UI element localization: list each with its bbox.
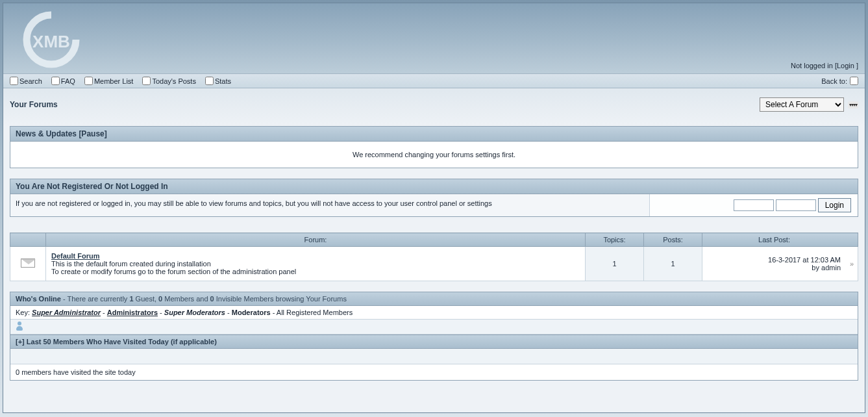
forum-row: Default Forum This is the default forum … [10, 247, 858, 281]
key-super-admin: Super Administrator [32, 309, 101, 316]
nav-todays-posts-checkbox[interactable] [142, 77, 151, 85]
news-header: News & Updates [Pause] [10, 127, 858, 142]
col-icon-header [10, 233, 46, 247]
col-forum-header: Forum: [46, 233, 586, 247]
nav-stats-label: Stats [215, 77, 231, 85]
forum-topics-cell: 1 [586, 247, 644, 281]
nav-todays-posts-label: Today's Posts [152, 77, 196, 85]
password-field[interactable] [776, 199, 816, 211]
nav-member-list[interactable]: Member List [84, 77, 134, 85]
forum-table: Forum: Topics: Posts: Last Post: Default… [10, 233, 858, 281]
goto-lastpost-icon[interactable]: » [850, 260, 854, 268]
user-icon [16, 322, 23, 331]
login-status-suffix: ] [854, 62, 858, 70]
title-row: Your Forums Select A Forum ▾▾▾▾ [3, 88, 865, 116]
forum-row-info: Default Forum This is the default forum … [46, 247, 586, 281]
news-pause-link[interactable]: [Pause] [79, 129, 106, 138]
forum-posts-cell: 1 [644, 247, 702, 281]
nav-faq[interactable]: FAQ [51, 77, 75, 85]
login-row: If you are not registered or logged in, … [10, 194, 858, 216]
nav-stats[interactable]: Stats [205, 77, 231, 85]
nav-search-checkbox[interactable] [10, 77, 18, 85]
not-logged-section: You Are Not Registered Or Not Logged In … [10, 179, 858, 217]
news-settings-link[interactable]: settings [475, 151, 500, 158]
forum-lastpost-cell: 16-3-2017 at 12:03 AM by admin » [702, 247, 858, 281]
nav-faq-checkbox[interactable] [51, 77, 60, 85]
whos-online-header: Who's Online - There are currently 1 Gue… [10, 292, 858, 306]
key-all: - All Registered Members [271, 309, 353, 316]
news-section: News & Updates [Pause] We recommend chan… [10, 126, 858, 168]
header-banner: XMB Not logged in [Login ] [3, 3, 865, 73]
lastpost-by: by admin [812, 264, 841, 272]
col-lastpost-header: Last Post: [702, 233, 858, 247]
nav-search[interactable]: Search [10, 77, 42, 85]
forum-select-wrap: Select A Forum ▾▾▾▾ [760, 97, 858, 112]
content-area: News & Updates [Pause] We recommend chan… [3, 126, 865, 387]
news-header-text: News & Updates [16, 129, 77, 138]
back-to-label: Back to: [821, 77, 847, 85]
login-button[interactable]: Login [818, 198, 851, 212]
online-users-row [10, 320, 858, 335]
key-smod: Super Moderators [164, 309, 225, 316]
back-to: Back to: [821, 77, 858, 85]
scroll-down-icon[interactable]: ▾▾▾▾ [848, 101, 858, 108]
key-mod: Moderators [232, 309, 271, 316]
whos-online-section: Who's Online - There are currently 1 Gue… [10, 292, 858, 381]
not-logged-message: If you are not registered or logged in, … [10, 194, 650, 216]
key-label: Key: [16, 309, 32, 316]
visitors-row: 0 members have visited the site today [10, 364, 858, 380]
nav-links: Search FAQ Member List Today's Posts Sta… [10, 77, 231, 85]
login-status-prefix: Not logged in [ [791, 62, 837, 70]
xmb-logo: XMB [18, 10, 86, 70]
back-to-checkbox[interactable] [850, 77, 858, 85]
nav-member-list-label: Member List [94, 77, 134, 85]
last50-empty-row [10, 349, 858, 364]
forum-select[interactable]: Select A Forum [760, 97, 844, 112]
forum-desc2: To create or modify forums go to the for… [51, 268, 296, 275]
col-topics-header: Topics: [586, 233, 644, 247]
nav-bar: Search FAQ Member List Today's Posts Sta… [3, 73, 865, 88]
app-window: XMB Not logged in [Login ] Search FAQ Me… [3, 3, 865, 413]
login-link[interactable]: Login [837, 62, 854, 70]
nav-stats-checkbox[interactable] [205, 77, 214, 85]
login-form: Login [650, 194, 858, 216]
news-body-suffix: first. [500, 151, 515, 158]
lastpost-date: 16-3-2017 at 12:03 AM [768, 256, 841, 264]
forum-name-link[interactable]: Default Forum [51, 252, 100, 260]
col-posts-header: Posts: [644, 233, 702, 247]
envelope-icon [21, 259, 35, 268]
svg-text:XMB: XMB [32, 32, 70, 51]
key-admin: Administrators [107, 309, 158, 316]
nav-member-list-checkbox[interactable] [84, 77, 93, 85]
nav-faq-label: FAQ [61, 77, 75, 85]
nav-search-label: Search [19, 77, 42, 85]
whos-online-title: Who's Online [16, 295, 61, 303]
not-logged-header: You Are Not Registered Or Not Logged In [10, 179, 858, 194]
forum-row-icon-cell [10, 247, 46, 281]
nav-todays-posts[interactable]: Today's Posts [142, 77, 196, 85]
news-body-prefix: We recommend changing your forums [353, 151, 475, 158]
forum-desc1: This is the default forum created during… [51, 260, 211, 268]
login-status: Not logged in [Login ] [791, 62, 858, 70]
whos-online-sub: - There are currently 1 Guest, 0 Members… [61, 295, 347, 303]
forum-title: Your Forums [10, 100, 58, 109]
last50-header[interactable]: [+] Last 50 Members Who Have Visited Tod… [10, 335, 858, 349]
key-row: Key: Super Administrator - Administrator… [10, 306, 858, 320]
news-body: We recommend changing your forums settin… [10, 142, 858, 168]
username-field[interactable] [734, 199, 774, 211]
